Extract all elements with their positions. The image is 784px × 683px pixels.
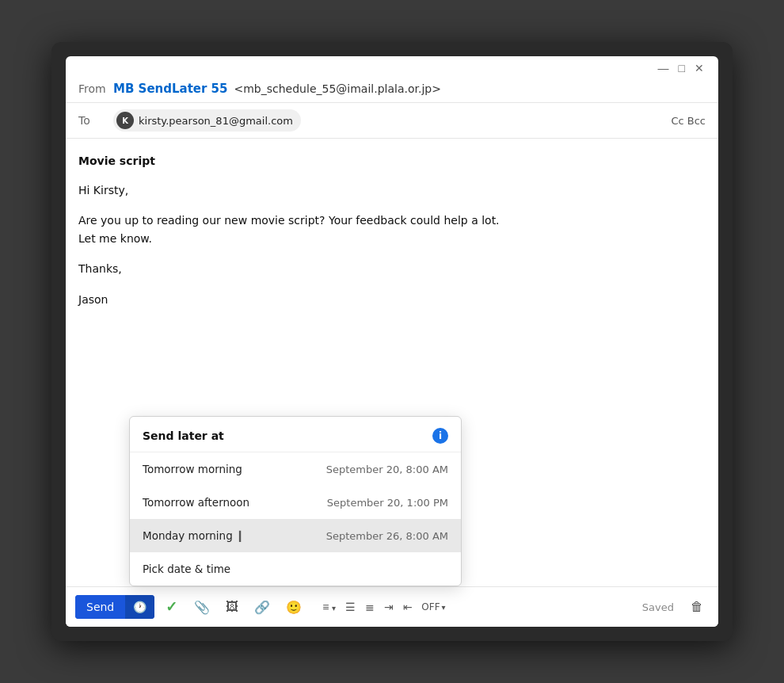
- ordered-list-icon: ☰: [345, 601, 356, 613]
- window-wrapper: — □ ✕ From MB SendLater 55 <mb_schedule_…: [51, 42, 733, 641]
- send-later-header: Send later at i: [130, 417, 461, 452]
- option-pick-date[interactable]: Pick date & time: [130, 552, 461, 586]
- recipient-chip[interactable]: K kirsty.pearson_81@gmail.com: [113, 109, 301, 132]
- option-time-1: September 20, 1:00 PM: [327, 497, 448, 509]
- to-row: To K kirsty.pearson_81@gmail.com Cc Bcc: [66, 103, 718, 139]
- sender-name-body: Jason: [78, 291, 706, 308]
- emoji-icon: 🙂: [286, 600, 302, 615]
- off-badge[interactable]: OFF ▾: [421, 601, 445, 612]
- maximize-button[interactable]: □: [674, 61, 690, 75]
- link-button[interactable]: 🔗: [249, 595, 276, 620]
- send-button[interactable]: Send 🕐: [75, 595, 154, 619]
- align-chevron: ▾: [332, 604, 336, 612]
- option-label-3: Pick date & time: [143, 563, 230, 575]
- option-tomorrow-morning[interactable]: Tomorrow morning September 20, 8:00 AM: [130, 452, 461, 486]
- avatar: K: [116, 112, 134, 129]
- option-time-0: September 20, 8:00 AM: [326, 464, 448, 475]
- check-icon: ✓: [166, 598, 177, 616]
- saved-label: Saved: [642, 601, 674, 613]
- email-window: — □ ✕ From MB SendLater 55 <mb_schedule_…: [66, 56, 718, 627]
- unordered-list-icon: ≣: [365, 601, 375, 613]
- cc-bcc-button[interactable]: Cc Bcc: [671, 115, 706, 127]
- minimize-button[interactable]: —: [653, 61, 674, 75]
- emoji-button[interactable]: 🙂: [280, 595, 307, 620]
- option-tomorrow-afternoon[interactable]: Tomorrow afternoon September 20, 1:00 PM: [130, 486, 461, 519]
- image-button[interactable]: 🖼: [220, 595, 244, 619]
- off-chevron: ▾: [442, 603, 446, 612]
- option-label-2: Monday morning ▎: [143, 529, 246, 542]
- ordered-list-button[interactable]: ☰: [341, 597, 360, 616]
- delete-icon: 🗑: [691, 600, 703, 614]
- indent-icon: ⇥: [384, 601, 394, 613]
- subject: Movie script: [78, 155, 706, 167]
- window-controls: — □ ✕: [66, 56, 718, 75]
- closing: Thanks,: [78, 260, 706, 277]
- toolbar-right: Saved 🗑: [642, 595, 709, 619]
- toolbar: Send 🕐 ✓ 📎 🖼 🔗 🙂 ≡ ▾: [66, 586, 718, 627]
- recipient-email: kirsty.pearson_81@gmail.com: [139, 115, 293, 127]
- align-button[interactable]: ≡ ▾: [318, 597, 340, 616]
- email-text: Hi Kirsty, Are you up to reading our new…: [78, 181, 706, 308]
- body-paragraph: Are you up to reading our new movie scri…: [78, 212, 706, 247]
- from-row: From MB SendLater 55 <mb_schedule_55@ima…: [66, 75, 718, 103]
- delete-button[interactable]: 🗑: [685, 595, 709, 619]
- close-button[interactable]: ✕: [690, 61, 709, 75]
- option-label-0: Tomorrow morning: [143, 463, 242, 475]
- sender-email: <mb_schedule_55@imail.plala.or.jp>: [234, 82, 441, 95]
- format-group: ≡ ▾ ☰ ≣ ⇥ ⇤: [318, 597, 417, 616]
- option-time-2: September 26, 8:00 AM: [326, 530, 448, 542]
- unordered-list-button[interactable]: ≣: [361, 597, 379, 616]
- outdent-icon: ⇤: [403, 601, 413, 613]
- email-body: Movie script Hi Kirsty, Are you up to re…: [66, 139, 718, 586]
- option-monday-morning[interactable]: Monday morning ▎ September 26, 8:00 AM: [130, 519, 461, 552]
- link-icon: 🔗: [254, 600, 270, 615]
- off-label: OFF: [421, 601, 440, 612]
- from-label: From: [78, 82, 107, 95]
- send-clock-icon: 🕐: [125, 595, 154, 619]
- check-button[interactable]: ✓: [159, 593, 184, 620]
- greeting: Hi Kirsty,: [78, 181, 706, 199]
- option-label-1: Tomorrow afternoon: [143, 496, 249, 509]
- align-icon: ≡: [322, 601, 329, 613]
- cursor-indicator: ▎: [239, 531, 246, 542]
- sender-name: MB SendLater 55: [113, 82, 228, 96]
- image-icon: 🖼: [226, 600, 238, 614]
- outdent-button[interactable]: ⇤: [399, 597, 417, 616]
- info-icon[interactable]: i: [432, 428, 448, 444]
- send-label: Send: [75, 595, 125, 619]
- indent-button[interactable]: ⇥: [380, 597, 398, 616]
- to-label: To: [78, 114, 107, 127]
- attach-button[interactable]: 📎: [188, 595, 215, 620]
- send-later-title: Send later at: [143, 429, 224, 442]
- attach-icon: 📎: [194, 600, 210, 615]
- send-later-panel: Send later at i Tomorrow morning Septemb…: [129, 416, 462, 586]
